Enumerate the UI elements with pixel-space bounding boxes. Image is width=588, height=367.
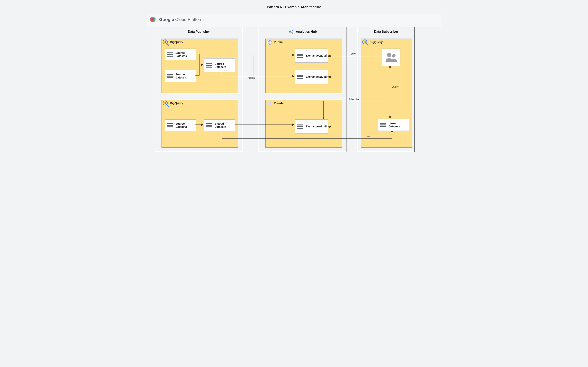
svg-line-12 <box>290 32 292 33</box>
panel-public-label: Public <box>274 40 283 44</box>
lock-icon <box>267 100 273 107</box>
database-icon <box>167 52 173 57</box>
svg-rect-22 <box>365 41 365 43</box>
card-source-datasets-3: Source Datasets <box>165 119 196 131</box>
frame-publisher-title: Data Publisher <box>155 27 243 33</box>
svg-line-11 <box>290 31 292 32</box>
svg-rect-19 <box>268 103 271 106</box>
card-shared-datasets: Shared Datasets <box>204 119 235 131</box>
svg-rect-2 <box>165 41 166 43</box>
panel-bigquery-3: BigQuery Linked Datasets <box>361 39 412 148</box>
page-title: Pattern 6 - Example Architecture <box>147 0 441 14</box>
card-source-datasets-merged: Source Datasets <box>204 58 235 72</box>
panel-private: Private Exchanges/Listings <box>265 100 342 148</box>
edge-label-query: Query <box>392 85 398 88</box>
svg-line-23 <box>366 44 368 45</box>
panel-bigquery-1: BigQuery Source Datasets Source Datasets… <box>162 39 238 93</box>
card-linked-datasets: Linked Datasets <box>378 119 409 131</box>
card-exchanges-3: Exchanges/Listings <box>295 119 328 133</box>
database-icon <box>298 54 303 58</box>
database-icon <box>206 63 212 67</box>
gcp-logo-icon <box>150 17 157 23</box>
edge-label-link: Link <box>365 135 370 138</box>
bigquery-icon <box>163 39 169 46</box>
globe-icon <box>267 40 273 45</box>
svg-line-3 <box>167 44 169 45</box>
bigquery-icon <box>163 100 169 107</box>
frame-subscriber-title: Data Subscriber <box>358 27 414 33</box>
users-icon-box <box>382 49 400 66</box>
card-source-datasets-1: Source Datasets <box>165 49 196 60</box>
brand-row: Google Cloud Platform <box>147 14 441 27</box>
svg-point-24 <box>387 53 391 57</box>
panel-public: Public Exchanges/Listings Exchanges/List… <box>265 39 342 93</box>
svg-rect-1 <box>164 41 165 43</box>
svg-rect-5 <box>164 102 165 104</box>
frame-hub: Analytics Hub Public Exchanges/Listings <box>259 27 347 152</box>
panel-bigquery-2: BigQuery Source Datasets Shared Datasets <box>162 100 238 148</box>
database-icon <box>206 123 212 127</box>
edge-label-subscribe: Subscribe <box>348 98 359 101</box>
edge-label-publish: Publish <box>247 76 255 79</box>
bigquery-icon <box>362 39 369 46</box>
edge-label-search: Search <box>349 53 356 55</box>
brand-text: Google Cloud Platform <box>159 17 204 22</box>
diagram-canvas: Data Publisher BigQuery Source Datasets … <box>151 27 437 177</box>
database-icon <box>298 125 303 129</box>
database-icon <box>380 123 386 127</box>
database-icon <box>167 74 173 78</box>
frame-subscriber: Data Subscriber BigQuery <box>358 27 415 152</box>
card-exchanges-2: Exchanges/Listings <box>295 70 328 84</box>
svg-line-7 <box>167 105 169 106</box>
share-icon <box>289 30 294 34</box>
svg-rect-21 <box>364 41 364 43</box>
card-source-datasets-2: Source Datasets <box>165 70 196 82</box>
frame-publisher: Data Publisher BigQuery Source Datasets … <box>155 27 243 152</box>
svg-point-25 <box>392 54 396 58</box>
frame-hub-title: Analytics Hub <box>259 27 346 34</box>
panel-private-label: Private <box>274 101 284 105</box>
svg-rect-6 <box>165 102 166 104</box>
database-icon <box>167 123 173 127</box>
users-icon <box>384 51 398 63</box>
panel-bigquery-3-label: BigQuery <box>370 40 383 44</box>
panel-bigquery-2-label: BigQuery <box>170 101 183 105</box>
card-exchanges-1: Exchanges/Listings <box>295 49 328 63</box>
database-icon <box>298 75 303 79</box>
panel-bigquery-1-label: BigQuery <box>170 40 183 44</box>
